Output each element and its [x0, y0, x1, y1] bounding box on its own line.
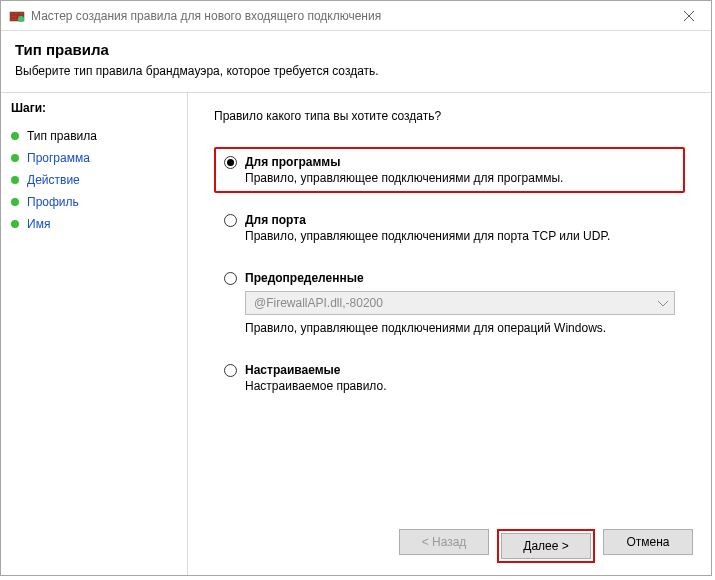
predefined-select: @FirewallAPI.dll,-80200 — [245, 291, 675, 315]
option-predefined[interactable]: Предопределенные @FirewallAPI.dll,-80200… — [214, 263, 685, 343]
step-name[interactable]: Имя — [11, 213, 177, 235]
step-label: Действие — [27, 173, 80, 187]
radio-program[interactable] — [224, 156, 237, 169]
back-button-label: < Назад — [422, 535, 467, 549]
option-custom-body: Настраиваемые Настраиваемое правило. — [245, 363, 675, 393]
predefined-select-value: @FirewallAPI.dll,-80200 — [254, 296, 383, 310]
content-pane: Правило какого типа вы хотите создать? Д… — [188, 93, 711, 575]
cancel-button[interactable]: Отмена — [603, 529, 693, 555]
chevron-down-icon — [658, 296, 668, 310]
radio-predefined[interactable] — [224, 272, 237, 285]
page-subtitle: Выберите тип правила брандмауэра, которо… — [15, 64, 697, 78]
cancel-button-label: Отмена — [626, 535, 669, 549]
step-program[interactable]: Программа — [11, 147, 177, 169]
option-port[interactable]: Для порта Правило, управляющее подключен… — [214, 205, 685, 251]
content-question: Правило какого типа вы хотите создать? — [214, 109, 685, 123]
option-program-desc: Правило, управляющее подключениями для п… — [245, 171, 675, 185]
step-label: Программа — [27, 151, 90, 165]
step-bullet-icon — [11, 176, 19, 184]
option-custom-title: Настраиваемые — [245, 363, 675, 377]
close-icon — [684, 11, 694, 21]
titlebar: Мастер создания правила для нового входя… — [1, 1, 711, 31]
close-button[interactable] — [666, 1, 711, 30]
option-program-body: Для программы Правило, управляющее подкл… — [245, 155, 675, 185]
option-predefined-title: Предопределенные — [245, 271, 675, 285]
option-port-title: Для порта — [245, 213, 675, 227]
option-port-body: Для порта Правило, управляющее подключен… — [245, 213, 675, 243]
step-label: Имя — [27, 217, 50, 231]
step-label: Профиль — [27, 195, 79, 209]
step-bullet-icon — [11, 154, 19, 162]
steps-sidebar: Шаги: Тип правила Программа Действие Про… — [1, 93, 188, 575]
step-profile[interactable]: Профиль — [11, 191, 177, 213]
window-title: Мастер создания правила для нового входя… — [31, 9, 381, 23]
back-button: < Назад — [399, 529, 489, 555]
wizard-window: Мастер создания правила для нового входя… — [0, 0, 712, 576]
step-bullet-icon — [11, 198, 19, 206]
step-rule-type[interactable]: Тип правила — [11, 125, 177, 147]
option-custom[interactable]: Настраиваемые Настраиваемое правило. — [214, 355, 685, 401]
next-button-label: Далее > — [523, 539, 569, 553]
rule-type-options: Для программы Правило, управляющее подкл… — [214, 147, 685, 401]
firewall-app-icon — [9, 8, 25, 24]
option-port-desc: Правило, управляющее подключениями для п… — [245, 229, 675, 243]
option-custom-desc: Настраиваемое правило. — [245, 379, 675, 393]
radio-port[interactable] — [224, 214, 237, 227]
next-button-highlight: Далее > — [497, 529, 595, 563]
svg-point-6 — [18, 16, 24, 22]
wizard-button-row: < Назад Далее > Отмена — [399, 529, 693, 563]
option-predefined-desc: Правило, управляющее подключениями для о… — [245, 321, 675, 335]
page-heading: Тип правила — [15, 41, 697, 58]
step-bullet-icon — [11, 132, 19, 140]
step-bullet-icon — [11, 220, 19, 228]
steps-title: Шаги: — [11, 101, 177, 115]
radio-custom[interactable] — [224, 364, 237, 377]
step-action[interactable]: Действие — [11, 169, 177, 191]
wizard-header: Тип правила Выберите тип правила брандма… — [1, 31, 711, 92]
wizard-body: Шаги: Тип правила Программа Действие Про… — [1, 93, 711, 575]
option-predefined-body: Предопределенные @FirewallAPI.dll,-80200… — [245, 271, 675, 335]
step-label: Тип правила — [27, 129, 97, 143]
option-program[interactable]: Для программы Правило, управляющее подкл… — [214, 147, 685, 193]
option-program-title: Для программы — [245, 155, 675, 169]
next-button[interactable]: Далее > — [501, 533, 591, 559]
